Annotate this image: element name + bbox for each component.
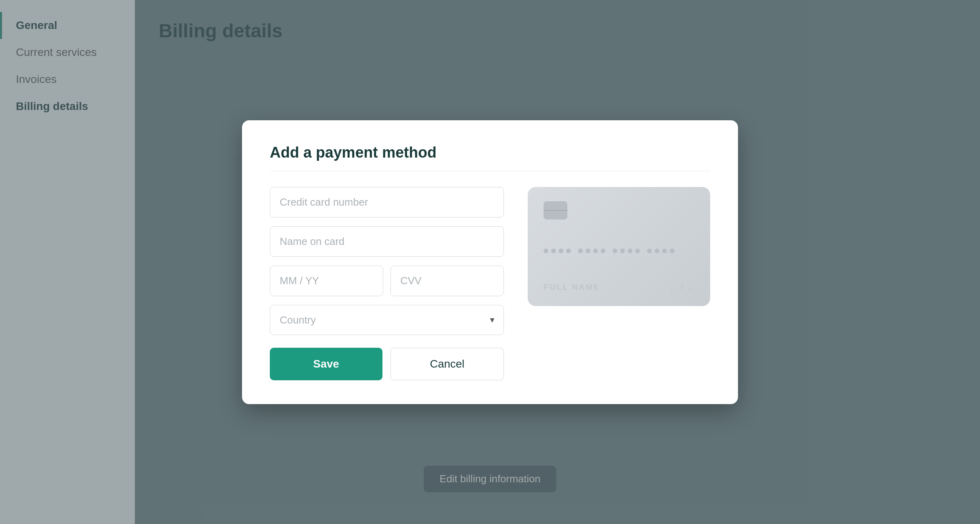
card-dot xyxy=(655,249,659,253)
card-dot xyxy=(647,249,652,253)
card-holder-name: FULL NAME xyxy=(544,283,600,292)
credit-card-visual: FULL NAME .. / .. xyxy=(528,187,710,306)
card-dot xyxy=(559,249,563,253)
cancel-button[interactable]: Cancel xyxy=(390,348,504,380)
payment-modal: Add a payment method Country United Stat… xyxy=(242,120,738,404)
dot-group-2 xyxy=(578,249,605,253)
expiry-cvv-row xyxy=(270,266,504,296)
card-dot xyxy=(566,249,571,253)
expiry-input[interactable] xyxy=(270,266,383,296)
modal-overlay: Add a payment method Country United Stat… xyxy=(0,0,980,524)
card-dot xyxy=(593,249,598,253)
card-dot xyxy=(586,249,590,253)
modal-title: Add a payment method xyxy=(270,144,710,171)
card-number-dots xyxy=(544,249,694,253)
card-dot xyxy=(613,249,617,253)
credit-card-number-input[interactable] xyxy=(270,187,504,218)
cvv-input[interactable] xyxy=(390,266,504,296)
card-dot xyxy=(601,249,605,253)
form-buttons: Save Cancel xyxy=(270,348,504,380)
dot-group-3 xyxy=(613,249,640,253)
payment-form: Country United States United Kingdom Can… xyxy=(270,187,504,380)
card-dot xyxy=(578,249,583,253)
card-dot xyxy=(551,249,556,253)
card-dot xyxy=(670,249,674,253)
country-select[interactable]: Country United States United Kingdom Can… xyxy=(270,305,504,335)
card-dot xyxy=(635,249,640,253)
name-on-card-input[interactable] xyxy=(270,226,504,257)
modal-body: Country United States United Kingdom Can… xyxy=(270,187,710,380)
save-button[interactable]: Save xyxy=(270,348,382,380)
card-dot xyxy=(662,249,667,253)
dot-group-1 xyxy=(544,249,571,253)
card-bottom: FULL NAME .. / .. xyxy=(544,283,694,292)
card-dot xyxy=(544,249,548,253)
dot-group-4 xyxy=(647,249,674,253)
card-expiry-display: .. / .. xyxy=(671,283,694,292)
card-preview-section: FULL NAME .. / .. xyxy=(528,187,710,380)
card-dot xyxy=(620,249,625,253)
card-chip-icon xyxy=(544,201,567,220)
card-dot xyxy=(628,249,632,253)
country-select-wrapper: Country United States United Kingdom Can… xyxy=(270,305,504,335)
